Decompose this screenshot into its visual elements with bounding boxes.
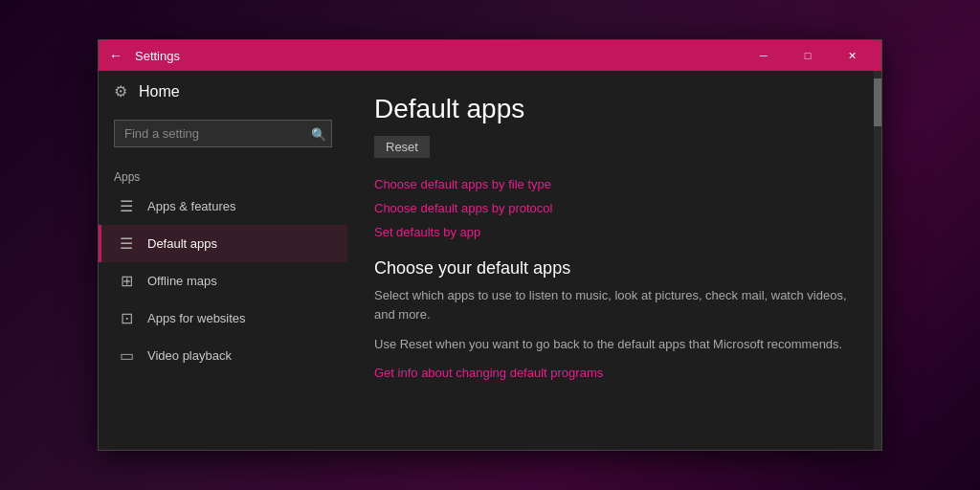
main-inner: Default apps Reset Choose default apps b… (347, 71, 874, 450)
apps-features-label: Apps & features (147, 199, 236, 213)
apps-section-label: Apps (99, 163, 347, 188)
choose-title: Choose your default apps (374, 258, 847, 278)
sidebar-item-video-playback[interactable]: ▭ Video playback (99, 337, 347, 374)
home-icon: ⚙ (114, 82, 127, 100)
close-button[interactable]: ✕ (830, 40, 874, 71)
settings-window: ← Settings ─ □ ✕ ⚙ Home 🔍 Apps ☰ Apps & … (98, 39, 882, 451)
sidebar-item-apps-websites[interactable]: ⊡ Apps for websites (99, 300, 347, 337)
sidebar: ⚙ Home 🔍 Apps ☰ Apps & features ☰ Defaul… (99, 71, 347, 450)
file-type-link[interactable]: Choose default apps by file type (374, 177, 847, 191)
maximize-button[interactable]: □ (786, 40, 830, 71)
sidebar-item-apps-features[interactable]: ☰ Apps & features (99, 188, 347, 225)
home-nav-item[interactable]: ⚙ Home (99, 71, 347, 112)
search-box: 🔍 (114, 120, 332, 147)
video-playback-label: Video playback (147, 348, 232, 363)
titlebar-controls: ─ □ ✕ (742, 40, 874, 71)
offline-maps-label: Offline maps (147, 274, 217, 288)
scrollbar-track[interactable] (874, 71, 881, 450)
apps-features-icon: ☰ (117, 197, 136, 215)
protocol-link[interactable]: Choose default apps by protocol (374, 201, 847, 215)
search-input[interactable] (114, 120, 332, 147)
content-area: ⚙ Home 🔍 Apps ☰ Apps & features ☰ Defaul… (99, 71, 881, 450)
main-content: Default apps Reset Choose default apps b… (347, 71, 874, 450)
main-wrapper: Default apps Reset Choose default apps b… (347, 71, 881, 450)
default-apps-icon: ☰ (117, 234, 136, 253)
offline-maps-icon: ⊞ (117, 272, 136, 290)
sidebar-item-offline-maps[interactable]: ⊞ Offline maps (99, 262, 347, 300)
reset-desc: Use Reset when you want to go back to th… (374, 335, 847, 354)
titlebar-title: Settings (135, 49, 742, 63)
home-label: Home (139, 83, 180, 100)
sidebar-item-default-apps[interactable]: ☰ Default apps (99, 225, 347, 262)
choose-desc: Select which apps to use to listen to mu… (374, 286, 847, 323)
video-playback-icon: ▭ (117, 346, 136, 365)
minimize-button[interactable]: ─ (742, 40, 786, 71)
back-button[interactable]: ← (106, 48, 125, 63)
apps-websites-label: Apps for websites (147, 311, 246, 325)
page-title: Default apps (374, 94, 847, 124)
apps-websites-icon: ⊡ (117, 309, 136, 327)
default-apps-label: Default apps (147, 236, 217, 251)
scrollbar-thumb[interactable] (874, 78, 881, 126)
reset-button[interactable]: Reset (374, 136, 430, 158)
search-icon[interactable]: 🔍 (311, 126, 326, 141)
set-defaults-link[interactable]: Set defaults by app (374, 225, 847, 239)
titlebar: ← Settings ─ □ ✕ (99, 40, 881, 71)
get-info-link[interactable]: Get info about changing default programs (374, 366, 847, 380)
